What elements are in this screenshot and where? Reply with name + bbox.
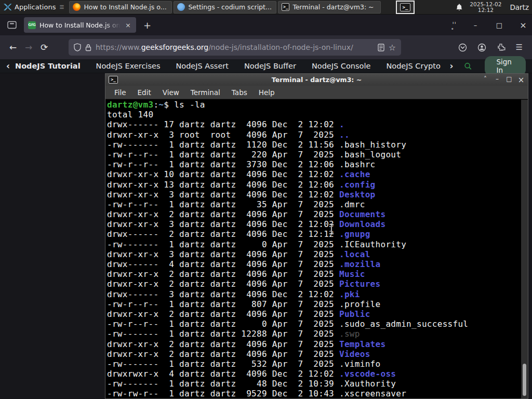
file-name: .Xauthority: [339, 379, 396, 389]
file-name: Templates: [339, 339, 385, 349]
terminal-total-line: total 140: [107, 110, 521, 119]
terminal-icon: >_: [282, 3, 289, 11]
panel-window-button-firefox[interactable]: How to Install Node.js o...: [69, 1, 172, 14]
file-name: .bashrc: [339, 159, 376, 169]
text-cursor-pointer: [328, 223, 335, 235]
forward-button[interactable]: →: [21, 39, 36, 55]
site-nav-item-nodejs-tutorial[interactable]: NodeJS Tutorial: [15, 62, 81, 70]
extensions-puzzle-icon[interactable]: [497, 43, 506, 52]
file-name: .config: [339, 180, 376, 190]
nav-scroll-left-icon[interactable]: ‹: [6, 62, 10, 71]
terminal-menubar: FileEditViewTerminalTabsHelp: [105, 86, 528, 99]
file-name: Public: [339, 309, 370, 319]
account-icon[interactable]: [477, 43, 486, 52]
reader-mode-icon[interactable]: [378, 44, 384, 51]
file-name: Videos: [339, 349, 370, 359]
file-name: .gnupg: [339, 229, 370, 239]
pocket-icon[interactable]: [458, 43, 467, 52]
terminal-menu-help[interactable]: Help: [254, 87, 280, 98]
terminal-menu-view[interactable]: View: [158, 87, 184, 98]
bookmark-star-icon[interactable]: ☆: [389, 43, 396, 52]
applications-label: Applications: [15, 3, 56, 11]
url-protocol: https://www.: [96, 43, 141, 51]
browser-maximize-button[interactable]: □: [495, 21, 504, 29]
panel-clock[interactable]: 2025-12-02 12:12: [470, 2, 501, 13]
terminal-listing-row: -rw-r--r-- 1 dartz dartz 807 Apr 7 2025 …: [107, 299, 521, 309]
firefox-view-icon: [7, 21, 17, 29]
browser-close-button[interactable]: ×: [518, 20, 528, 30]
back-button[interactable]: ←: [5, 39, 21, 55]
terminal-listing-row: drwxr-xr-x 2 dartz dartz 4096 Apr 7 2025…: [107, 279, 521, 289]
panel-window-buttons: How to Install Node.js o...Settings - co…: [69, 1, 382, 14]
terminal-listing-row: drwxr-xr-x 3 dartz dartz 4096 Apr 7 2025…: [107, 249, 521, 259]
panel-window-button-terminal[interactable]: >_Terminal - dartz@vm3: ~: [278, 1, 381, 14]
site-nav-items: NodeJS TutorialNodeJS ExercisesNodeJS As…: [15, 62, 450, 70]
terminal-window-controls: ˄ – □ ×: [482, 75, 525, 85]
terminal-listing-row: drwxr-xr-x 13 dartz dartz 4096 Dec 2 12:…: [107, 180, 521, 190]
file-name: .vscode-oss: [339, 369, 396, 379]
terminal-menu-terminal[interactable]: Terminal: [186, 87, 225, 98]
terminal-shade-button[interactable]: ˄: [482, 75, 489, 85]
site-nav-item-nodejs-crypto[interactable]: NodeJS Crypto: [386, 62, 440, 70]
terminal-close-button[interactable]: ×: [517, 75, 525, 85]
terminal-listing-row: drwxr-xr-x 2 dartz dartz 4096 Apr 7 2025…: [107, 209, 521, 219]
terminal-listing-row: drwxr-xr-x 2 dartz dartz 4096 Apr 7 2025…: [107, 339, 521, 349]
terminal-listing-row: -rw-r--r-- 1 dartz dartz 0 Apr 7 2025 .s…: [107, 319, 521, 329]
address-bar[interactable]: https://www.geeksforgeeks.org/node-js/in…: [69, 39, 401, 56]
site-nav-item-nodejs-buffer[interactable]: NodeJS Buffer: [244, 62, 296, 70]
browser-minimize-button[interactable]: –: [471, 21, 480, 29]
browser-toolbar: ← → ⟳ https://www.geeksforgeeks.org/node…: [0, 35, 532, 59]
terminal-listing-row: -rw------- 1 dartz dartz 12288 Apr 7 202…: [107, 329, 521, 339]
terminal-menu-file[interactable]: File: [110, 87, 131, 98]
panel-window-button-vscodium[interactable]: Settings - codium script...: [174, 1, 276, 14]
firefox-icon: [73, 3, 81, 11]
new-tab-button[interactable]: +: [143, 20, 151, 31]
terminal-listing-row: -rw-rw-r-- 1 dartz dartz 9529 Dec 2 10:4…: [107, 389, 521, 398]
terminal-icon: >_: [109, 76, 118, 84]
browser-tab[interactable]: GfG How to Install Node.js on ×: [24, 17, 136, 33]
terminal-minimize-button[interactable]: –: [494, 75, 501, 85]
terminal-maximize-button[interactable]: □: [506, 75, 513, 85]
terminal-menu-tabs[interactable]: Tabs: [227, 87, 252, 98]
geeksforgeeks-favicon-icon: GfG: [28, 21, 36, 29]
file-name: Music: [339, 269, 365, 279]
site-nav-item-nodejs-exercises[interactable]: NodeJS Exercises: [96, 62, 161, 70]
search-icon[interactable]: [464, 61, 472, 71]
lock-icon[interactable]: [85, 44, 91, 51]
terminal-listing-row: drwxr-xr-x 10 dartz dartz 4096 Dec 2 12:…: [107, 169, 521, 179]
tracking-shield-icon[interactable]: [74, 43, 81, 51]
terminal-listing-row: -rw-r--r-- 1 dartz dartz 220 Apr 7 2025 …: [107, 150, 521, 159]
tray-terminal-icon[interactable]: >_: [396, 1, 415, 14]
reload-button[interactable]: ⟳: [36, 39, 52, 55]
terminal-listing-row: -rw------- 1 dartz dartz 48 Dec 2 10:39 …: [107, 379, 521, 389]
terminal-titlebar[interactable]: >_ Terminal - dartz@vm3: ~ ˄ – □ ×: [105, 74, 528, 86]
file-name: .dmrc: [339, 200, 365, 209]
tab-close-icon[interactable]: ×: [124, 21, 132, 29]
list-all-tabs-icon[interactable]: ˈ̥ˈ: [452, 21, 456, 29]
file-name: .local: [339, 249, 370, 259]
applications-submenu-icon: ☰: [59, 4, 64, 10]
toolbar-extensions-area: ☰: [458, 43, 527, 52]
site-nav-item-nodejs-assert[interactable]: NodeJS Assert: [176, 62, 229, 70]
panel-window-title: Terminal - dartz@vm3: ~: [292, 3, 374, 11]
terminal-listing-row: drwx------ 2 dartz dartz 4096 Dec 2 12:1…: [107, 229, 521, 239]
terminal-output[interactable]: dartz@vm3:~$ ls -latotal 140drwx------ 1…: [105, 100, 521, 398]
notification-bell-icon[interactable]: [455, 3, 463, 11]
url-text: https://www.geeksforgeeks.org/node-js/in…: [96, 43, 374, 51]
url-path: /node-js/installation-of-node-js-on-linu…: [208, 43, 353, 51]
nav-scroll-right-icon[interactable]: ›: [450, 62, 454, 71]
scrollbar-thumb[interactable]: [523, 364, 526, 396]
firefox-view-button[interactable]: [4, 18, 20, 32]
panel-window-title: How to Install Node.js o...: [84, 3, 166, 11]
applications-menu-button[interactable]: Applications ☰: [0, 0, 67, 14]
terminal-scrollbar[interactable]: [521, 100, 528, 398]
menu-hamburger-icon[interactable]: ☰: [516, 43, 523, 52]
terminal-listing-row: drwxr-xr-x 2 dartz dartz 4096 Apr 7 2025…: [107, 349, 521, 359]
terminal-menu-edit[interactable]: Edit: [133, 87, 156, 98]
site-nav-item-nodejs-console[interactable]: NodeJS Console: [312, 62, 371, 70]
file-name: .sudo_as_admin_successful: [339, 319, 468, 329]
clock-date: 2025-12-02: [470, 2, 501, 7]
file-name: .pki: [339, 289, 360, 299]
file-name: Desktop: [339, 190, 376, 200]
terminal-listing-row: drwxr-xr-x 3 dartz dartz 4096 Dec 2 12:0…: [107, 219, 521, 229]
